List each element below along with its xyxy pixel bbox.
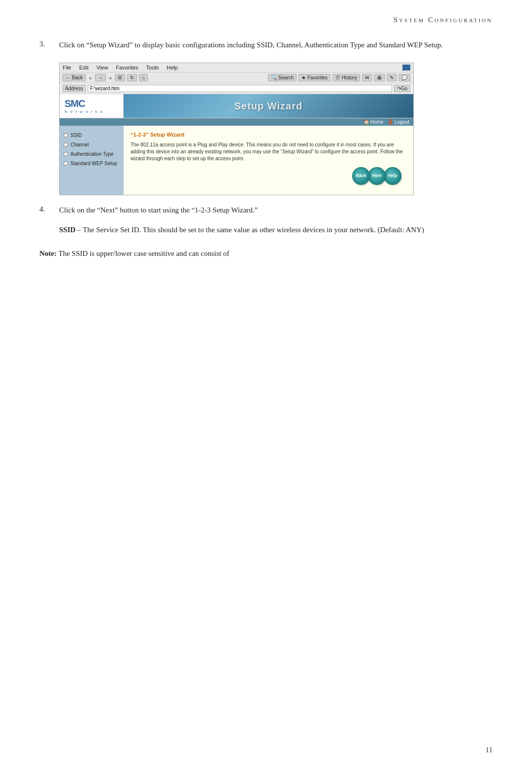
nav-logout[interactable]: 🚪 Logout	[387, 119, 409, 125]
menu-help[interactable]: Help	[166, 65, 178, 70]
step-4-text: Click on the “Next” button to start usin…	[59, 204, 493, 216]
refresh-button[interactable]: ↻	[127, 74, 137, 81]
menu-file[interactable]: File	[63, 65, 71, 70]
radio-wep	[64, 161, 68, 166]
smc-logo: SMC	[65, 98, 118, 109]
address-label: Address	[63, 85, 86, 92]
step-3-number: 3.	[39, 39, 59, 51]
edit-btn[interactable]: ✎	[387, 74, 397, 81]
page-number: 11	[486, 746, 493, 754]
page-title: System Configuration	[394, 16, 493, 24]
step-4-content: Click on the “Next” button to start usin…	[59, 204, 493, 236]
go-button[interactable]: ↷Go	[394, 85, 410, 92]
menu-item-wep[interactable]: Standard WEP Setup	[60, 159, 124, 168]
menu-view[interactable]: View	[97, 65, 108, 70]
note-line: Note: The SSID is upper/lower case sensi…	[39, 247, 493, 260]
help-wizard-button[interactable]: Help	[384, 167, 401, 185]
smc-nav-bar: 🏠 Home 🚪 Logout	[60, 118, 413, 126]
next-wizard-button[interactable]: Next	[368, 167, 386, 185]
step-4-number: 4.	[39, 204, 59, 236]
menu-favorites[interactable]: Favorites	[116, 65, 138, 70]
browser-toolbar: ← Back ● → ● ☒ ↻ ⌂ 🔍 Search ★ Favorites …	[60, 72, 413, 83]
step-4: 4. Click on the “Next” button to start u…	[39, 204, 493, 236]
discuss-btn[interactable]: 💬	[399, 74, 410, 81]
favorites-button[interactable]: ★ Favorites	[299, 74, 331, 81]
home-button[interactable]: ⌂	[139, 74, 148, 81]
stop-button[interactable]: ☒	[115, 74, 125, 81]
logout-icon: 🚪	[387, 119, 393, 125]
print-button[interactable]: 🖶	[374, 74, 385, 81]
smc-page: SMC N e t w o r k s Setup Wizard 🏠 Home …	[60, 94, 413, 195]
home-icon: 🏠	[364, 119, 369, 125]
back-wizard-button[interactable]: Back	[352, 167, 370, 185]
wizard-title: “1-2-3” Setup Wizard	[131, 131, 406, 139]
step-4-ssid-block: SSID – The Service Set ID. This should b…	[59, 224, 493, 236]
mail-button[interactable]: ✉	[362, 74, 372, 81]
back-button[interactable]: ← Back	[63, 74, 86, 81]
browser-screenshot: File Edit View Favorites Tools Help ← Ba…	[59, 63, 414, 195]
step-3: 3. Click on “Setup Wizard” to display ba…	[39, 39, 493, 51]
radio-auth	[64, 152, 68, 156]
radio-channel	[64, 142, 68, 147]
browser-address-bar: Address ↷Go	[60, 83, 413, 94]
smc-content-area: SSID Channel Authentication Type Standar…	[60, 126, 413, 195]
radio-ssid	[64, 133, 68, 138]
menu-tools[interactable]: Tools	[146, 65, 159, 70]
note-text: The SSID is upper/lower case sensitive a…	[58, 249, 229, 257]
step-3-text: Click on “Setup Wizard” to display basic…	[59, 39, 493, 51]
menu-item-auth[interactable]: Authentication Type	[60, 149, 124, 159]
note-label: Note:	[39, 249, 57, 257]
browser-menubar: File Edit View Favorites Tools Help	[60, 63, 413, 72]
ssid-description: The Service Set ID. This should be set t…	[83, 226, 424, 234]
ssid-label: SSID	[59, 226, 75, 234]
smc-main-content: “1-2-3” Setup Wizard The 802.11a access …	[124, 126, 413, 195]
address-input[interactable]	[88, 85, 392, 92]
ssid-dash: –	[77, 226, 81, 234]
smc-logo-area: SMC N e t w o r k s	[60, 94, 124, 118]
history-button[interactable]: ⏱ History	[332, 74, 360, 81]
menu-item-channel[interactable]: Channel	[60, 140, 124, 149]
menu-item-ssid[interactable]: SSID	[60, 131, 124, 140]
smc-logo-sub: N e t w o r k s	[65, 109, 118, 114]
browser-icon	[402, 65, 410, 70]
search-button[interactable]: 🔍 Search	[268, 74, 297, 81]
menu-edit[interactable]: Edit	[79, 65, 89, 70]
page-header: System Configuration	[0, 0, 532, 29]
smc-buttons-row: Back Next Help	[131, 162, 406, 190]
smc-banner: Setup Wizard	[124, 94, 413, 118]
nav-home[interactable]: 🏠 Home	[364, 119, 384, 125]
smc-banner-title: Setup Wizard	[234, 101, 303, 112]
forward-button[interactable]: →	[95, 74, 106, 81]
smc-sidebar-menu: SSID Channel Authentication Type Standar…	[60, 126, 124, 195]
main-content: 3. Click on “Setup Wizard” to display ba…	[0, 29, 532, 280]
wizard-text: The 802.11a access point is a Plug and P…	[131, 141, 406, 162]
smc-header: SMC N e t w o r k s Setup Wizard	[60, 94, 413, 118]
